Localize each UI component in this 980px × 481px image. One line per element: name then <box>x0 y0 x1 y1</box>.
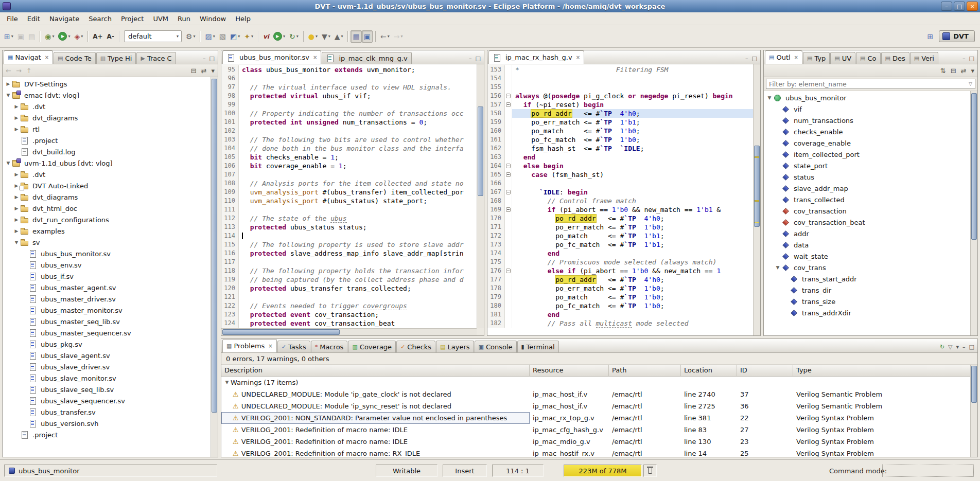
navigator-item-ubus-slave-agent-sv[interactable]: ubus_slave_agent.sv <box>3 350 211 361</box>
close-icon[interactable]: × <box>576 55 580 60</box>
code-line[interactable]: 122 // Events needed to trigger covergro… <box>221 301 477 310</box>
navigator-item-dvt-diagrams[interactable]: ▶dvt_diagrams <box>3 112 211 123</box>
code-line[interactable]: 182 // Pass all multicast mode selected <box>487 319 753 328</box>
run-garbage-collector-button[interactable] <box>643 465 657 477</box>
print-button[interactable]: ▤ <box>26 30 37 43</box>
outline-item-status[interactable]: status <box>764 171 970 183</box>
view-menu-button[interactable]: ▾ <box>956 344 959 350</box>
fold-marker-icon[interactable] <box>506 269 511 273</box>
editor2-tab-ip-mac-rx-hash-g-v[interactable]: ip_mac_rx_hash_g.v× <box>488 50 584 64</box>
expander-icon[interactable]: ▶ <box>13 217 20 222</box>
problem-row[interactable]: ⚠VERILOG_2001: NON_STANDARD: Parameter v… <box>221 412 970 424</box>
problem-row[interactable]: ⚠UNDECLARED_MODULE: Module 'ip_sync_rese… <box>221 400 970 412</box>
outline-item-trans-start-addr[interactable]: trans_start_addr <box>764 273 970 284</box>
navigator-tab-navigat[interactable]: ▦Navigat× <box>4 50 53 64</box>
run-simulation-button[interactable]: ▶▾ <box>271 30 287 43</box>
font-increase-button[interactable]: A+ <box>91 30 104 43</box>
code-line[interactable]: 96 <box>221 74 477 83</box>
outline-item-item-collected-port[interactable]: item_collected_port <box>764 149 970 160</box>
code-line[interactable]: 103 // The following two bits are used t… <box>221 135 477 144</box>
navigator-item-dvt-diagrams[interactable]: ▶dvt_diagrams <box>3 191 211 203</box>
expander-icon[interactable]: ▶ <box>13 104 20 109</box>
dvt-diagram-button[interactable]: ◩▾ <box>228 30 242 43</box>
dvt-compile-button[interactable]: ▨▾ <box>203 30 217 43</box>
outline-item-trans-addrxdir[interactable]: trans_addrXdir <box>764 307 970 318</box>
back-button[interactable]: ←▾ <box>378 30 392 43</box>
navigator-item-ubus-bus-monitor-sv[interactable]: ubus_bus_monitor.sv <box>3 248 211 259</box>
problems-tab-layers[interactable]: ▤Layers <box>436 341 474 352</box>
editor1-tab-ip-mac-clk-mng-g-v[interactable]: ip_mac_clk_mng_g.v <box>322 52 411 64</box>
code-line[interactable]: 180 po_fc_match <= #`TP 1'b0; <box>487 301 753 310</box>
code-line[interactable]: 108 // Analysis ports for the item colle… <box>221 179 477 188</box>
expander-icon[interactable]: ▶ <box>13 183 20 188</box>
code-line[interactable]: 110 uvm_analysis_port #(ubus_status) sta… <box>221 197 477 205</box>
outline-item-ubus-bus-monitor[interactable]: ▼ubus_bus_monitor <box>764 92 970 103</box>
editor2-content[interactable]: 153* Filtering FSM154155156always @(pose… <box>487 64 753 335</box>
editor1-content[interactable]: 95class ubus_bus_monitor extends uvm_mon… <box>221 64 477 328</box>
menu-window[interactable]: Window <box>195 12 231 25</box>
minimize-view-button[interactable]: – <box>469 55 472 62</box>
outline-item-coverage-enable[interactable]: coverage_enable <box>764 137 970 149</box>
code-line[interactable]: 157 if (~pi_reset) begin <box>487 100 753 109</box>
heap-status[interactable]: 223M of 778M <box>564 465 642 477</box>
navigator-item-dvt-build-log[interactable]: dvt_build.log <box>3 146 211 157</box>
column-header-resource[interactable]: Resource <box>530 365 609 376</box>
navigator-item-dvt-html-doc[interactable]: ▶dvt_html_doc <box>3 203 211 214</box>
column-header-location[interactable]: Location <box>681 365 737 376</box>
refresh-button[interactable]: ↻ <box>940 344 944 350</box>
expander-icon[interactable]: ▶ <box>13 172 20 177</box>
outline-item-state-port[interactable]: state_port <box>764 160 970 171</box>
outline-item-addr[interactable]: addr <box>764 228 970 239</box>
code-line[interactable]: 123 protected event cov_transaction; <box>221 310 477 319</box>
code-line[interactable]: 166 <box>487 179 753 188</box>
maximize-button[interactable]: □ <box>954 2 965 11</box>
maximize-view-button[interactable]: □ <box>969 55 974 62</box>
code-line[interactable]: 175 // Promiscuos mode selected (always … <box>487 258 753 266</box>
navigator-item-dvt-auto-linked[interactable]: ▶DVT Auto-Linked <box>3 180 211 191</box>
code-line[interactable]: 158 po_rd_addr <= #`TP 4'h0; <box>487 109 753 118</box>
new-wizard-button[interactable]: ⊞▾ <box>2 30 15 43</box>
navigator-item-sv[interactable]: ▼sv <box>3 237 211 248</box>
fold-marker-icon[interactable] <box>506 102 511 107</box>
navigator-item-ubus-master-agent-sv[interactable]: ubus_master_agent.sv <box>3 282 211 293</box>
navigator-tab-code-te[interactable]: ▤Code Te <box>54 52 96 64</box>
relaunch-button[interactable]: ↻▾ <box>287 30 301 43</box>
code-line[interactable]: 118 // The following property holds the … <box>221 266 477 275</box>
navigator-item-ubus-env-sv[interactable]: ubus_env.sv <box>3 259 211 271</box>
outline-item-slave-addr-map[interactable]: slave_addr_map <box>764 183 970 194</box>
navigator-item-emac-dvt-vlog[interactable]: ▼emac [dvt: vlog] <box>3 90 211 101</box>
code-line[interactable]: 168 // Control frame match <box>487 197 753 205</box>
minimize-button[interactable]: – <box>941 2 952 11</box>
minimize-view-button[interactable]: – <box>203 55 206 62</box>
outline-tab-co[interactable]: ▤Co <box>856 52 880 64</box>
navigator-item-project[interactable]: .project <box>3 429 211 440</box>
code-line[interactable]: 116 protected slave_address_map_info sla… <box>221 249 477 258</box>
sort-button[interactable]: ⇅ <box>940 67 946 75</box>
code-line[interactable]: 115 // The following property is used to… <box>221 240 477 249</box>
code-line[interactable]: 104 // done both in the bus monitor clas… <box>221 144 477 153</box>
outline-item-cov-transaction[interactable]: cov_transaction <box>764 205 970 217</box>
close-icon[interactable]: × <box>45 55 49 60</box>
code-line[interactable]: 100 // Property indicating the number of… <box>221 109 477 118</box>
code-line[interactable]: 164 else begin <box>487 162 753 170</box>
collapse-all-button[interactable]: ⊟ <box>951 67 956 75</box>
code-line[interactable]: 99 <box>221 100 477 109</box>
editor1-scrollbar[interactable] <box>477 64 484 328</box>
expander-icon[interactable]: ▼ <box>13 240 20 245</box>
outline-scrollbar[interactable] <box>970 91 977 335</box>
navigator-tab-type-hi[interactable]: ▥Type Hi <box>96 52 136 64</box>
menu-edit[interactable]: Edit <box>23 12 45 25</box>
save-button[interactable]: ▣ <box>15 30 26 43</box>
problems-tab-tasks[interactable]: ✓Tasks <box>277 341 310 352</box>
outline-item-cov-transaction-beat[interactable]: cov_transaction_beat <box>764 217 970 228</box>
menu-help[interactable]: Help <box>231 12 255 25</box>
code-line[interactable]: 179 po_match <= #`TP 1'b0; <box>487 293 753 301</box>
code-line[interactable]: 102 <box>221 127 477 135</box>
code-line[interactable]: 167 `IDLE: begin <box>487 188 753 197</box>
outline-item-cov-trans[interactable]: ▼cov_trans <box>764 262 970 273</box>
outline-item-trans-dir[interactable]: trans_dir <box>764 284 970 296</box>
problems-tab-console[interactable]: ▣Console <box>475 341 517 352</box>
problems-group-row[interactable]: ▼Warnings (17 items) <box>221 377 970 388</box>
outline-item-num-transactions[interactable]: num_transactions <box>764 115 970 126</box>
code-line[interactable]: 154 <box>487 74 753 83</box>
